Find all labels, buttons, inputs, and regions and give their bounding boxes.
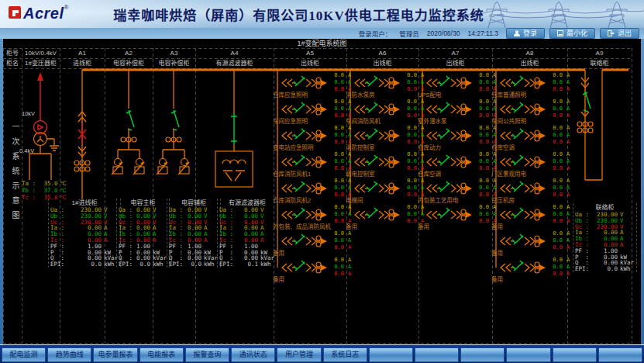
feeder-label: 备用 — [418, 222, 429, 230]
window-frame-right — [641, 39, 644, 344]
feeder-branch — [277, 231, 329, 251]
feeder-readings: 0.0A0.0A0.0A — [549, 99, 570, 119]
feeder-label: 备用 — [491, 222, 503, 230]
feeder-current-b: 0.0A — [330, 158, 351, 165]
feeder-current-b: 0.0A — [403, 211, 424, 218]
side-schematic-label: 一次系统示意图 — [5, 123, 21, 226]
feeder-label: 厂区景观用电 — [491, 169, 526, 178]
time-text: 14:27:11.3 — [467, 29, 498, 37]
feeder-label: 空压机房 — [491, 195, 515, 204]
feeder-readings: 0.0A0.0A0.0A — [549, 178, 570, 199]
nav-button-5[interactable]: 报警查询 — [185, 347, 229, 362]
panel-row: EPI:0.0kWh — [50, 261, 119, 268]
temp-row: Tc : 35.0℃ — [22, 194, 67, 201]
feeder-current-b: 0.0A — [330, 211, 351, 218]
col-name: 出线柜 — [346, 58, 418, 68]
feeder-readings: 0.0A0.0A0.0A — [549, 72, 570, 93]
status-strip: 登录用户： 管理员 2020/08/30 14:27:11.3 登录 最小化 退… — [0, 28, 644, 39]
col-name: 出线柜 — [418, 58, 492, 68]
nav-button-7[interactable]: 用户管理 — [277, 347, 321, 362]
nav-button-empty[interactable] — [506, 347, 550, 362]
minimize-button-label: 最小化 — [567, 29, 587, 38]
feeder-current-a: 0.0A — [403, 72, 424, 79]
measure-panel: 联络柜Ua :230.00VUb :230.00VUc :230.00VIa :… — [573, 203, 637, 272]
feeder-label: 备用 — [491, 275, 503, 283]
nav-button-4[interactable]: 电能报表 — [139, 347, 184, 362]
feeder-branch-icon — [277, 258, 329, 278]
login-user-label: 登录用户： — [359, 29, 392, 38]
nav-button-2[interactable]: 趋势曲线 — [47, 347, 91, 362]
nav-button-empty[interactable] — [415, 347, 459, 362]
feeder-label: 备用 — [273, 275, 284, 283]
feeder-branch-icon — [496, 231, 547, 251]
date-text: 2020/08/30 — [427, 29, 460, 37]
col-name: 联络柜 — [567, 58, 632, 68]
feeder-current-a: 0.0A — [549, 99, 570, 105]
feeder-current-a: 0.0A — [475, 204, 496, 211]
nav-button-6[interactable]: 通讯状态 — [231, 347, 275, 362]
nav-button-empty[interactable] — [460, 347, 505, 362]
exit-button[interactable]: 退出 — [600, 28, 639, 39]
feeder-current-b: 0.0A — [475, 158, 496, 165]
banner: Acrel ® 瑞幸咖啡烘焙（屏南）有限公司10KV供电工程电力监控系统 — [0, 0, 644, 28]
col-id-a4: A4 — [195, 48, 274, 58]
feeder-current-b: 0.0A — [549, 237, 570, 244]
nav-button-3[interactable]: 电参量报表 — [93, 347, 137, 362]
feeder-readings: 0.0A0.0A0.0A — [549, 230, 570, 251]
feeder-current-c: 0.0A — [549, 86, 570, 93]
feeder-label: 仓库消防风机2 — [273, 195, 311, 204]
col-name: 1#变压器柜 — [22, 58, 60, 68]
nav-button-empty[interactable] — [369, 347, 413, 362]
feeder-current-b: 0.0A — [330, 264, 351, 271]
feeder-current-b: 0.0A — [549, 211, 570, 218]
feeder-current-b: 0.0A — [330, 105, 351, 112]
feeder-branch — [277, 258, 329, 278]
feeder-current-b: 0.0A — [549, 132, 570, 139]
feeder-current-b: 0.0A — [403, 79, 424, 86]
nav-button-8[interactable]: 系统日志 — [323, 347, 367, 362]
feeder-current-a: 0.0A — [549, 204, 570, 211]
feeder-current-b: 0.0A — [330, 185, 351, 192]
nav-button-empty[interactable] — [598, 347, 642, 362]
feeder-label: 变电站应急照明 — [273, 143, 314, 151]
bottom-navbar: 配电监测趋势曲线电参量报表电能报表报警查询通讯状态用户管理系统日志 — [0, 344, 644, 363]
feeder-current-b: 0.0A — [403, 105, 424, 112]
panel-row: EPI:0.0kWh — [169, 261, 219, 268]
col-id-transformer: 10kV/0.4kV — [22, 48, 60, 58]
measure-panel: 1#进线柜Ua :230.00VUb :230.00VUc :230.00VIa… — [48, 199, 121, 268]
nav-button-empty[interactable] — [553, 347, 597, 362]
row-header: 柜名 — [3, 58, 22, 68]
single-line-diagram: 柜号柜名10kV/0.4kV1#变压器柜A1进线柜A2电容补偿柜A3电容补偿柜A… — [3, 48, 641, 344]
feeder-current-a: 0.0A — [330, 151, 351, 158]
feeder-label: 仓库空调 — [418, 169, 441, 178]
col-name: 电容补偿柜 — [153, 58, 195, 68]
lv-voltage-label: 0.4kV — [19, 147, 34, 154]
login-button[interactable]: 登录 — [506, 28, 545, 39]
feeder-current-a: 0.0A — [403, 178, 424, 185]
feeder-current-a: 0.0A — [549, 72, 570, 79]
col-name: 进线柜 — [60, 58, 105, 68]
feeder-branch — [496, 231, 547, 251]
feeder-label: UPS配电 — [418, 90, 441, 99]
feeder-label: 弱电控制室 — [346, 169, 375, 178]
feeder-current-a: 0.0A — [475, 99, 496, 105]
feeder-branch-icon — [496, 258, 547, 278]
temp-row: Ta : 35.0℃ — [22, 180, 67, 187]
scada-window: Acrel ® 瑞幸咖啡烘焙（屏南）有限公司10KV供电工程电力监控系统 登录用… — [0, 0, 644, 363]
feeder-current-b: 0.0A — [475, 211, 496, 218]
feeder-label: 仓库动力 — [418, 143, 441, 151]
minimize-button[interactable]: 最小化 — [549, 28, 595, 39]
nav-button-1[interactable]: 配电监测 — [2, 347, 46, 362]
col-id-a5: A5 — [274, 48, 346, 58]
col-id-a8: A8 — [492, 48, 567, 58]
feeder-current-a: 0.0A — [475, 178, 496, 185]
feeder-current-a: 0.0A — [403, 125, 424, 132]
feeder-current-b: 0.0A — [330, 79, 351, 86]
exit-icon — [608, 30, 615, 36]
page-title: 1#变配电系统图 — [0, 39, 644, 48]
col-name: 出线柜 — [274, 58, 346, 68]
feeder-current-a: 0.0A — [549, 151, 570, 158]
feeder-current-a: 0.0A — [330, 257, 351, 264]
feeder-current-c: 0.0A — [549, 218, 570, 225]
login-button-label: 登录 — [523, 29, 537, 38]
